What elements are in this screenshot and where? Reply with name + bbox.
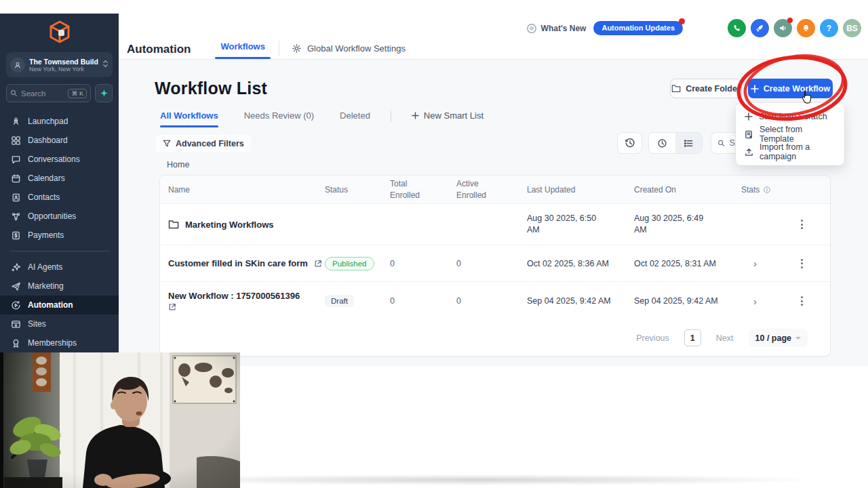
external-link-icon[interactable]	[314, 260, 322, 268]
whats-new-icon	[526, 23, 537, 34]
row-menu-button[interactable]	[798, 293, 806, 308]
row-last-updated: Aug 30 2025, 6:50 AM	[527, 213, 603, 237]
launch-button[interactable]	[751, 19, 769, 37]
workflow-table: Name Status Total Enrolled Active Enroll…	[159, 175, 831, 357]
automation-updates-label: Automation Updates	[601, 24, 675, 32]
sidebar-item-label: Memberships	[28, 338, 77, 348]
sidebar-item-label: Conversations	[28, 155, 80, 164]
col-active-enrolled: Active Enrolled	[456, 178, 496, 200]
sidebar-item-marketing[interactable]: Marketing	[0, 277, 119, 296]
user-avatar[interactable]: BS	[843, 19, 861, 37]
table-row[interactable]: Customer filled in SKin care form Publis…	[160, 245, 830, 282]
question-mark-icon: ?	[827, 24, 831, 33]
col-name: Name	[168, 185, 325, 195]
page-number-button[interactable]: 1	[684, 329, 701, 346]
help-button[interactable]: ?	[820, 19, 838, 37]
create-workflow-label: Create Workflow	[764, 84, 830, 94]
chevron-down-icon	[795, 337, 801, 340]
total-enrolled-value: 0	[390, 259, 456, 268]
tab-workflows[interactable]: Workflows	[219, 41, 267, 58]
sidebar-item-label: Marketing	[28, 281, 64, 291]
folder-icon	[168, 220, 179, 229]
row-created-on: Sep 04 2025, 9:42 AM	[634, 296, 741, 306]
notifications-button[interactable]	[797, 19, 815, 37]
tab-all-workflows[interactable]: All Workflows	[160, 110, 218, 127]
sidebar-divider	[9, 251, 109, 251]
row-menu-button[interactable]	[798, 256, 806, 271]
table-row[interactable]: New Workflow : 1757000561396 Draft 0 0 S…	[160, 282, 830, 320]
search-icon	[717, 139, 726, 148]
cube-logo-icon	[48, 20, 71, 44]
opportunities-icon	[10, 211, 21, 222]
create-workflow-button[interactable]: Create Workflow	[748, 79, 833, 98]
dashboard-icon	[10, 136, 21, 146]
sidebar-item-opportunities[interactable]: Opportunities	[0, 207, 119, 226]
page-size-select[interactable]: 10 / page	[749, 329, 808, 347]
row-open-chevron[interactable]: ›	[753, 296, 757, 307]
pagination: Previous 1 Next 10 / page	[636, 329, 808, 347]
sidebar-item-contacts[interactable]: Contacts	[0, 188, 119, 207]
sidebar-item-label: Sites	[28, 319, 46, 329]
sidebar-item-calendars[interactable]: Calendars	[0, 169, 119, 188]
external-link-icon[interactable]	[168, 303, 325, 311]
announcements-button[interactable]	[774, 19, 792, 37]
sidebar-search-input[interactable]: Search ⌘ K	[6, 84, 91, 102]
sidebar-item-automation[interactable]: Automation	[0, 296, 119, 314]
new-smart-list-button[interactable]: New Smart List	[412, 110, 484, 127]
status-badge: Published	[325, 257, 374, 270]
history-button[interactable]	[617, 132, 642, 154]
automation-updates-pill[interactable]: Automation Updates	[593, 21, 683, 35]
sidebar-item-label: Launchpad	[28, 117, 68, 126]
memberships-icon	[10, 338, 21, 348]
tab-deleted[interactable]: Deleted	[340, 110, 370, 127]
sidebar-item-ai-agents[interactable]: AI Agents	[0, 258, 119, 277]
menu-item-select-from-template[interactable]: Select from Template	[736, 125, 844, 143]
previous-page-button[interactable]: Previous	[636, 333, 669, 343]
page-title: Workflow List	[155, 79, 267, 98]
list-view-button[interactable]	[675, 133, 703, 153]
notification-dot	[679, 18, 685, 24]
row-name: New Workflow : 1757000561396	[168, 291, 325, 301]
row-open-chevron[interactable]: ›	[753, 258, 757, 269]
plus-icon	[751, 85, 759, 93]
next-page-button[interactable]: Next	[716, 333, 734, 343]
sidebar-item-launchpad[interactable]: Launchpad	[0, 112, 119, 131]
phone-button[interactable]	[728, 19, 746, 37]
menu-item-start-from-scratch[interactable]: Start from Scratch	[736, 108, 844, 125]
breadcrumb[interactable]: Home	[167, 160, 189, 169]
time-view-button[interactable]	[649, 133, 675, 153]
sidebar-item-memberships[interactable]: Memberships	[0, 333, 119, 352]
payments-icon	[10, 230, 21, 241]
sidebar-item-dashboard[interactable]: Dashboard	[0, 131, 119, 150]
gear-icon	[292, 43, 302, 54]
row-menu-button[interactable]	[798, 217, 806, 232]
table-row[interactable]: Marketing Workflows Aug 30 2025, 6:50 AM…	[160, 204, 830, 245]
advanced-filters-button[interactable]: Advanced Filters	[156, 135, 251, 152]
status-badge: Draft	[325, 295, 354, 307]
whats-new-button[interactable]: What's New	[526, 23, 587, 34]
sidebar-item-sites[interactable]: Sites	[0, 314, 119, 333]
total-enrolled-value: 0	[390, 296, 456, 306]
phone-icon	[732, 24, 741, 33]
sidebar-item-label: AI Agents	[28, 262, 62, 272]
clock-icon	[657, 138, 667, 148]
account-name: The Townsend Buildi...	[29, 58, 98, 66]
global-workflow-settings-link[interactable]: Global Workflow Settings	[292, 43, 406, 56]
account-location: New York, New York	[29, 66, 98, 73]
search-shortcut-badge: ⌘ K	[68, 89, 87, 98]
tab-needs-review[interactable]: Needs Review (0)	[244, 110, 314, 127]
chat-bubble-icon	[10, 155, 21, 165]
sidebar-item-conversations[interactable]: Conversations	[0, 150, 119, 169]
menu-item-import-from-campaign[interactable]: Import from a campaign	[736, 143, 844, 161]
launchpad-icon	[10, 117, 21, 127]
row-created-on: Oct 02 2025, 8:31 AM	[634, 259, 741, 268]
account-switcher[interactable]: The Townsend Buildi... New York, New Yor…	[6, 52, 113, 77]
ai-assistant-button[interactable]	[95, 84, 113, 102]
sidebar-item-payments[interactable]: Payments	[0, 226, 119, 245]
create-folder-button[interactable]: Create Folder	[670, 79, 742, 98]
sidebar-item-label: Dashboard	[28, 136, 68, 145]
page-app-title: Automation	[127, 43, 191, 56]
menu-item-label: Import from a campaign	[760, 142, 835, 161]
sidebar-item-label: Automation	[28, 300, 73, 310]
info-icon	[763, 186, 771, 194]
